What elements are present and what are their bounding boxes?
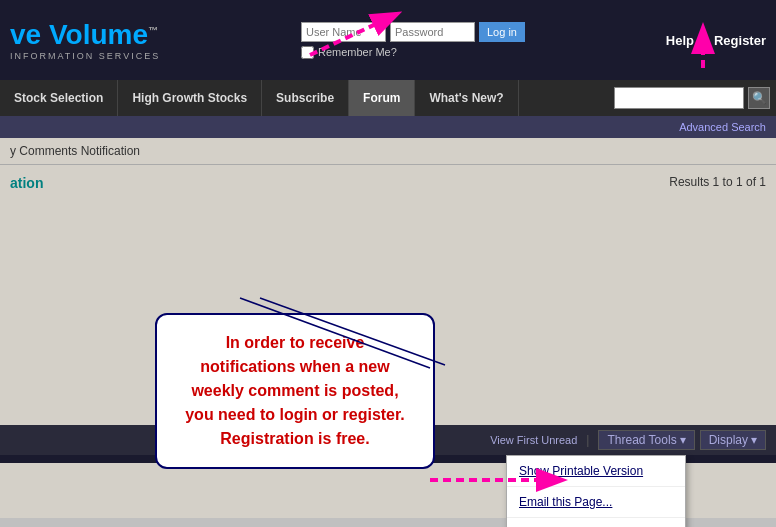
search-input[interactable] [614, 87, 744, 109]
login-area: Log in Remember Me? [301, 22, 525, 59]
username-input[interactable] [301, 22, 386, 42]
register-link[interactable]: Register [714, 33, 766, 48]
header-links: Help Register [666, 33, 766, 48]
logo-tm: ™ [148, 25, 158, 36]
left-section: ation [10, 175, 43, 191]
logo-area: ve Volume™ INFORMATION SERVICES [10, 19, 160, 61]
main-content: y Comments Notification ation Results 1 … [0, 138, 776, 518]
advanced-search-link[interactable]: Advanced Search [679, 121, 766, 133]
display-chevron: ▾ [751, 433, 757, 447]
login-row: Log in [301, 22, 525, 42]
nav-item-whats-new[interactable]: What's New? [415, 80, 518, 116]
logo-sub: INFORMATION SERVICES [10, 51, 160, 61]
thread-tools-dropdown: Show Printable Version Email this Page..… [506, 455, 686, 527]
display-button[interactable]: Display ▾ [700, 430, 766, 450]
nav-item-stock-selection[interactable]: Stock Selection [0, 80, 118, 116]
view-first-unread[interactable]: View First Unread [490, 434, 577, 446]
display-label: Display [709, 433, 748, 447]
nav-item-forum[interactable]: Forum [349, 80, 415, 116]
thread-tools-chevron: ▾ [680, 433, 686, 447]
separator1: | [586, 433, 589, 447]
page-title-bar: y Comments Notification [0, 138, 776, 165]
logo-text: ve Volume [10, 19, 148, 50]
thread-tools-label: Thread Tools [607, 433, 676, 447]
remember-label: Remember Me? [318, 46, 397, 58]
login-button[interactable]: Log in [479, 22, 525, 42]
dropdown-printable[interactable]: Show Printable Version [507, 456, 685, 487]
notification-section: ation Results 1 to 1 of 1 [0, 165, 776, 325]
password-input[interactable] [390, 22, 475, 42]
results-count: Results 1 to 1 of 1 [669, 175, 766, 189]
dropdown-subscribe[interactable]: Subscribe to this Thread... [507, 518, 685, 527]
nav-item-subscribe[interactable]: Subscribe [262, 80, 349, 116]
search-button[interactable]: 🔍 [748, 87, 770, 109]
logo-main: ve Volume™ [10, 19, 160, 51]
dropdown-email[interactable]: Email this Page... [507, 487, 685, 518]
thread-tools-button[interactable]: Thread Tools ▾ [598, 430, 694, 450]
nav-search-area: 🔍 [608, 80, 776, 116]
breadcrumb: y Comments Notification [10, 144, 140, 158]
header: ve Volume™ INFORMATION SERVICES Log in R… [0, 0, 776, 80]
notification-title: ation [10, 175, 43, 191]
nav-item-high-growth[interactable]: High Growth Stocks [118, 80, 262, 116]
popup-balloon: In order to receive notifications when a… [155, 313, 435, 469]
navbar: Stock Selection High Growth Stocks Subsc… [0, 80, 776, 116]
remember-row: Remember Me? [301, 46, 525, 59]
popup-text: In order to receive notifications when a… [177, 331, 413, 451]
advanced-search-bar: Advanced Search [0, 116, 776, 138]
help-link[interactable]: Help [666, 33, 694, 48]
remember-checkbox[interactable] [301, 46, 314, 59]
